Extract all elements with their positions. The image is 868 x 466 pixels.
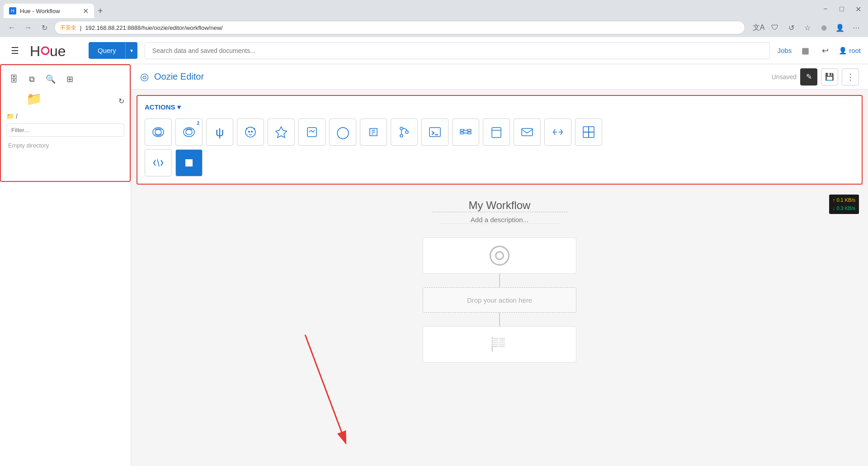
tab-close-button[interactable]: ✕ (83, 7, 89, 15)
end-action-button[interactable] (175, 149, 203, 176)
svg-rect-20 (492, 128, 501, 138)
grid-icon-button[interactable]: ▦ (799, 43, 812, 58)
fs-action-button[interactable] (483, 119, 510, 146)
workflow-description-input[interactable] (441, 216, 558, 224)
url-bar-separator: | (80, 24, 81, 31)
svg-rect-23 (589, 127, 594, 132)
custom-xml-icon (151, 156, 165, 170)
workflow-canvas: Drop your action here (131, 190, 868, 466)
mapreduce-action-button[interactable] (298, 119, 326, 146)
translate-icon[interactable]: 文A (752, 21, 765, 34)
minimize-button[interactable]: − (819, 3, 832, 15)
arrow-container (283, 326, 373, 463)
refresh-button[interactable]: ↻ (38, 21, 51, 34)
favorites-icon[interactable]: ☆ (801, 21, 814, 34)
email-action-button[interactable] (514, 119, 541, 146)
grid-view-icon-button[interactable]: ⊞ (63, 71, 77, 88)
svg-point-9 (251, 131, 253, 133)
java-action-button[interactable]: ◯ (329, 119, 356, 146)
hive2-icon (181, 124, 197, 140)
end-icon (489, 335, 510, 353)
start-node (423, 238, 576, 274)
profile-icon[interactable]: 👤 (834, 21, 846, 34)
address-bar[interactable]: 不安全 | 192.168.88.221:8888/hue/oozie/edit… (54, 21, 745, 34)
oozie-editor-header: ◎ Oozie Editor Unsaved ✎ 💾 ⋮ (131, 64, 868, 90)
search-icon-button[interactable]: 🔍 (42, 71, 59, 88)
svg-rect-22 (583, 127, 589, 132)
svg-rect-16 (460, 129, 464, 131)
window-controls: − □ ✕ (819, 3, 864, 15)
collections-icon[interactable]: ⊕ (817, 21, 830, 34)
workflow-title-input[interactable] (432, 199, 567, 212)
hamburger-menu-button[interactable]: ☰ (7, 42, 23, 60)
back-button[interactable]: ← (5, 21, 18, 34)
jobs-link[interactable]: Jobs (777, 47, 792, 54)
refresh-page-icon[interactable]: ↺ (785, 21, 797, 34)
hue-logo: H ue (30, 43, 71, 59)
active-tab[interactable]: H Hue - Workflow ✕ (4, 4, 94, 18)
shell-icon (428, 125, 442, 139)
oozie-header-actions: Unsaved ✎ 💾 ⋮ (772, 68, 859, 86)
actions-header[interactable]: ACTIONS ▾ (145, 103, 854, 111)
save-button[interactable]: 💾 (821, 68, 838, 86)
spark-action-button[interactable] (268, 119, 295, 146)
start-inner-circle (495, 251, 504, 260)
user-profile-button[interactable]: 👤 root (839, 47, 861, 55)
close-button[interactable]: ✕ (852, 3, 864, 15)
svg-text:H: H (30, 43, 40, 59)
end-node (423, 326, 576, 362)
hive-action-button[interactable] (145, 119, 172, 146)
browser-chrome: H Hue - Workflow ✕ + − □ ✕ (0, 0, 868, 18)
svg-point-6 (186, 129, 192, 135)
connector-line-2 (499, 313, 500, 326)
query-button-container: Query ▾ (89, 42, 137, 59)
svg-rect-25 (589, 132, 594, 138)
distcp-action-button[interactable] (452, 119, 479, 146)
generic-icon (581, 125, 596, 139)
drop-zone[interactable]: Drop your action here (423, 287, 576, 313)
more-options-button[interactable]: ⋮ (842, 68, 859, 86)
generic-action-button[interactable] (575, 119, 602, 146)
hive2-action-button[interactable]: 2 (175, 119, 203, 146)
pig-action-button[interactable]: ψ (206, 119, 233, 146)
address-bar-actions: 文A 🛡 ↺ ☆ ⊕ 👤 ⋯ (752, 21, 863, 34)
forward-button[interactable]: → (22, 21, 34, 34)
email-icon (520, 125, 534, 139)
edit-button[interactable]: ✎ (800, 68, 817, 86)
maximize-button[interactable]: □ (835, 3, 848, 15)
svg-rect-24 (583, 132, 589, 138)
shell-action-button[interactable] (421, 119, 448, 146)
main-content: 🗄 ⧉ 🔍 ⊞ 📁 📁 / Empty directory ↻ (0, 64, 868, 466)
search-input[interactable] (145, 42, 770, 59)
actions-grid: 2 ψ (145, 119, 854, 146)
query-button[interactable]: Query (89, 42, 125, 59)
actions-label: ACTIONS ▾ (145, 103, 181, 111)
filter-input[interactable] (6, 124, 124, 137)
url-text: 192.168.88.221:8888/hue/oozie/editor/wor… (85, 24, 222, 31)
history-icon-button[interactable]: ↩ (819, 43, 831, 58)
menu-icon[interactable]: ⋯ (850, 21, 863, 34)
git-icon (397, 125, 411, 139)
shields-icon[interactable]: 🛡 (769, 21, 781, 34)
custom-xml-action-button[interactable] (145, 149, 172, 176)
user-icon: 👤 (839, 47, 847, 55)
database-icon-button[interactable]: 🗄 (6, 71, 22, 88)
sqoop-action-button[interactable] (360, 119, 387, 146)
copy-icon-button[interactable]: ⧉ (25, 71, 38, 88)
subworkflow-action-button[interactable] (544, 119, 571, 146)
git-action-button[interactable] (391, 119, 418, 146)
pig-symbol: ψ (216, 125, 224, 139)
pig2-action-button[interactable] (237, 119, 264, 146)
oozie-editor-title: Oozie Editor (154, 71, 204, 82)
sidebar-refresh-button[interactable]: ↻ (118, 97, 124, 105)
security-warning: 不安全 (60, 24, 76, 32)
svg-point-12 (400, 127, 403, 130)
app-container: ☰ H ue Query ▾ Jobs ▦ ↩ 👤 root (0, 37, 868, 466)
spark-icon (274, 125, 288, 139)
new-tab-button[interactable]: + (94, 4, 107, 18)
subworkflow-icon (551, 125, 565, 139)
file-browse-icon-button[interactable]: 📁 (24, 89, 45, 109)
query-dropdown-button[interactable]: ▾ (125, 42, 137, 59)
drop-zone-label: Drop your action here (467, 296, 532, 304)
folder-icon: 📁 (6, 113, 14, 120)
